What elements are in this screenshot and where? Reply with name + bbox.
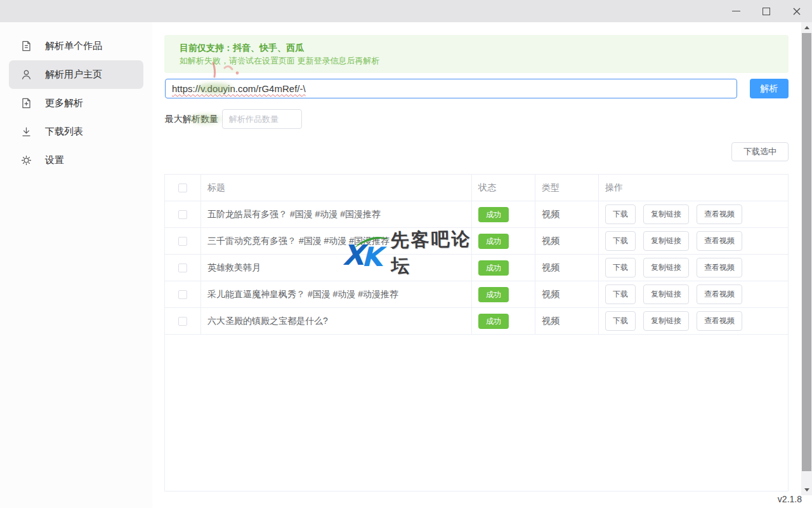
parse-count-input[interactable] (222, 109, 302, 129)
sidebar-item-parse-single[interactable]: 解析单个作品 (9, 32, 143, 60)
copy-link-button[interactable]: 复制链接 (643, 284, 689, 304)
scrollbar-up-button[interactable] (801, 22, 812, 33)
row-checkbox[interactable] (178, 210, 187, 219)
view-video-button[interactable]: 查看视频 (697, 284, 742, 304)
view-video-button[interactable]: 查看视频 (697, 204, 742, 224)
max-parse-label: 最大解析数量 (165, 114, 218, 125)
view-video-button[interactable]: 查看视频 (697, 258, 742, 277)
download-button[interactable]: 下载 (605, 258, 636, 277)
vertical-scrollbar[interactable] (801, 22, 812, 495)
gear-icon (20, 154, 32, 166)
url-input-value: https://v.douyin.com/rG4mRef/-\ (172, 83, 306, 94)
sidebar-item-label: 解析用户主页 (45, 69, 102, 81)
column-header-title: 标题 (201, 175, 472, 201)
copy-link-button[interactable]: 复制链接 (643, 258, 689, 277)
status-badge: 成功 (478, 260, 509, 276)
table-row: 三千雷动究竟有多强？ #国漫 #动漫 #国漫推荐 成功 视频 下载 复制链接 查… (165, 228, 788, 255)
download-button[interactable]: 下载 (605, 284, 636, 304)
sidebar-item-more-parse[interactable]: 更多解析 (9, 89, 143, 117)
sidebar-item-label: 更多解析 (45, 97, 83, 109)
video-type: 视频 (535, 281, 599, 307)
scrollbar-thumb[interactable] (802, 33, 811, 471)
video-title: 六大圣殿的镇殿之宝都是什么? (201, 308, 472, 334)
main-content: 目前仅支持：抖音、快手、西瓜 如解析失败，请尝试在设置页面 更新登录信息后再解析… (152, 22, 801, 508)
table-row: 英雄救美韩月 成功 视频 下载 复制链接 查看视频 (165, 255, 788, 281)
video-type: 视频 (535, 201, 599, 227)
view-video-button[interactable]: 查看视频 (697, 231, 742, 251)
url-input[interactable]: https://v.douyin.com/rG4mRef/-\ (165, 79, 737, 98)
triangle-down-icon (804, 488, 809, 491)
table-header-row: 标题 状态 类型 操作 (165, 175, 788, 201)
status-badge: 成功 (478, 207, 509, 222)
file-plus-icon (20, 97, 32, 109)
triangle-up-icon (804, 26, 809, 29)
sidebar-item-parse-user-home[interactable]: 解析用户主页 (9, 60, 143, 89)
table-empty-area (165, 335, 788, 491)
download-button[interactable]: 下载 (605, 204, 636, 224)
column-header-type: 类型 (535, 175, 599, 201)
video-type: 视频 (535, 255, 599, 281)
minimize-button[interactable] (721, 0, 751, 22)
alert-title: 目前仅支持：抖音、快手、西瓜 (180, 41, 773, 54)
column-header-operation: 操作 (599, 175, 788, 201)
sidebar: 解析单个作品 解析用户主页 更多解析 下载列表 (0, 22, 152, 508)
video-title: 五阶龙皓晨有多强？ #国漫 #动漫 #国漫推荐 (201, 201, 472, 227)
app-version: v2.1.8 (778, 494, 802, 504)
table-row: 采儿能直逼魔神皇枫秀？ #国漫 #动漫 #动漫推荐 成功 视频 下载 复制链接 … (165, 281, 788, 308)
maximize-button[interactable] (751, 0, 782, 22)
sidebar-item-settings[interactable]: 设置 (9, 146, 143, 175)
table-row: 六大圣殿的镇殿之宝都是什么? 成功 视频 下载 复制链接 查看视频 (165, 308, 788, 335)
parse-button[interactable]: 解析 (750, 79, 789, 98)
user-icon (20, 69, 32, 81)
sidebar-item-download-list[interactable]: 下载列表 (9, 117, 143, 146)
support-alert: 目前仅支持：抖音、快手、西瓜 如解析失败，请尝试在设置页面 更新登录信息后再解析 (164, 35, 789, 73)
sidebar-item-label: 设置 (45, 154, 64, 166)
row-checkbox[interactable] (178, 264, 187, 272)
table-row: 五阶龙皓晨有多强？ #国漫 #动漫 #国漫推荐 成功 视频 下载 复制链接 查看… (165, 201, 788, 228)
maximize-icon (763, 8, 770, 15)
video-type: 视频 (535, 228, 599, 254)
row-checkbox[interactable] (178, 237, 187, 246)
window-titlebar (0, 0, 812, 22)
select-all-checkbox[interactable] (178, 184, 187, 192)
results-table: 标题 状态 类型 操作 五阶龙皓晨有多强？ #国漫 #动漫 #国漫推荐 成功 视… (164, 174, 789, 491)
row-checkbox[interactable] (178, 317, 187, 326)
close-icon (792, 7, 801, 16)
row-checkbox[interactable] (178, 290, 187, 299)
copy-link-button[interactable]: 复制链接 (643, 311, 689, 331)
status-badge: 成功 (478, 234, 509, 249)
scrollbar-down-button[interactable] (801, 485, 812, 495)
file-text-icon (20, 40, 32, 52)
download-button[interactable]: 下载 (605, 311, 636, 331)
column-header-status: 状态 (472, 175, 535, 201)
video-title: 英雄救美韩月 (201, 255, 472, 281)
view-video-button[interactable]: 查看视频 (697, 311, 742, 331)
close-button[interactable] (782, 0, 812, 22)
minimize-icon (732, 11, 740, 11)
copy-link-button[interactable]: 复制链接 (643, 231, 689, 251)
video-type: 视频 (535, 308, 599, 334)
status-badge: 成功 (478, 287, 509, 302)
status-badge: 成功 (478, 314, 509, 329)
video-title: 三千雷动究竟有多强？ #国漫 #动漫 #国漫推荐 (201, 228, 472, 254)
download-button[interactable]: 下载 (605, 231, 636, 251)
download-icon (20, 126, 32, 138)
alert-description: 如解析失败，请尝试在设置页面 更新登录信息后再解析 (180, 54, 773, 68)
download-selected-button[interactable]: 下载选中 (731, 142, 789, 161)
video-title: 采儿能直逼魔神皇枫秀？ #国漫 #动漫 #动漫推荐 (201, 281, 472, 307)
sidebar-item-label: 解析单个作品 (45, 40, 102, 52)
sidebar-item-label: 下载列表 (45, 126, 83, 138)
copy-link-button[interactable]: 复制链接 (643, 204, 689, 224)
